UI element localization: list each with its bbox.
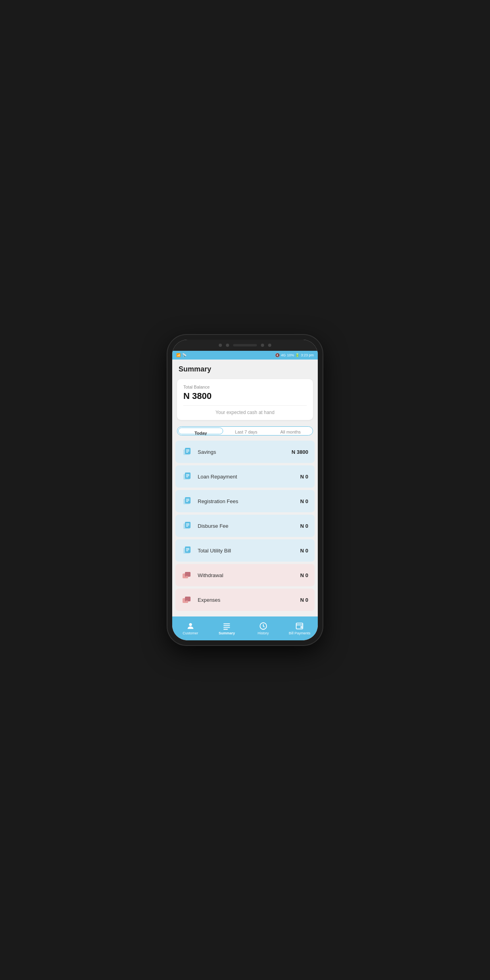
category-amount-registration: N 0	[300, 498, 308, 504]
main-content: Summary Total Balance N 3800 Your expect…	[172, 360, 318, 616]
battery-percent: 10%	[287, 353, 294, 357]
category-amount-withdrawal: N 0	[300, 572, 308, 578]
balance-amount: N 3800	[183, 391, 307, 401]
nav-item-customer[interactable]: Customer	[172, 622, 209, 635]
category-name-withdrawal: Withdrawal	[198, 572, 300, 578]
billpayments-nav-icon: $	[295, 622, 304, 630]
camera-left	[219, 344, 222, 347]
category-name-savings: Savings	[198, 449, 292, 455]
list-item[interactable]: Registration Fees N 0	[175, 490, 315, 512]
history-nav-icon	[259, 622, 268, 630]
svg-rect-36	[224, 627, 230, 628]
tab-last7days[interactable]: Last 7 days	[224, 427, 268, 435]
signal-bars: 4G	[281, 353, 286, 357]
balance-subtitle: Your expected cash at hand	[183, 410, 307, 415]
signal-icon: 📡	[182, 353, 187, 357]
disburse-icon	[182, 520, 193, 531]
page-header: Summary	[172, 360, 318, 377]
camera-center	[226, 344, 229, 347]
status-bar: 📶 📡 🔇 4G 10% 🔋 3:23 pm	[172, 351, 318, 360]
svg-rect-26	[185, 572, 191, 577]
nav-label-billpayments: Bill Payments	[289, 631, 311, 635]
page-title: Summary	[179, 365, 311, 373]
savings-icon	[182, 446, 193, 457]
category-amount-disburse: N 0	[300, 523, 308, 529]
category-amount-loan: N 0	[300, 474, 308, 480]
category-amount-savings: N 3800	[292, 449, 308, 455]
notch	[172, 340, 318, 351]
nav-item-summary[interactable]: Summary	[209, 622, 245, 635]
svg-rect-34	[224, 624, 230, 624]
svg-rect-31	[184, 601, 185, 603]
phone-device: 📶 📡 🔇 4G 10% 🔋 3:23 pm Summary Total Bal…	[167, 335, 323, 645]
registration-icon	[182, 496, 193, 507]
svg-rect-28	[186, 576, 188, 578]
nav-label-summary: Summary	[219, 631, 235, 635]
nav-item-history[interactable]: History	[245, 622, 282, 635]
list-item[interactable]: Expenses N 0	[175, 589, 315, 611]
tab-allmonths[interactable]: All months	[268, 427, 313, 435]
battery-icon: 🔋	[295, 353, 299, 357]
bottom-spacer	[172, 612, 318, 616]
tab-today[interactable]: Today	[178, 428, 223, 434]
status-right: 🔇 4G 10% 🔋 3:23 pm	[275, 353, 314, 357]
category-name-registration: Registration Fees	[198, 498, 300, 504]
time-display: 3:23 pm	[301, 353, 314, 357]
balance-divider	[183, 405, 307, 406]
loan-icon	[182, 471, 193, 482]
category-name-utility: Total Utility Bill	[198, 548, 300, 554]
svg-rect-35	[224, 625, 230, 626]
balance-card: Total Balance N 3800 Your expected cash …	[177, 379, 313, 420]
list-item[interactable]: Total Utility Bill N 0	[175, 539, 315, 562]
speaker	[233, 344, 257, 346]
categories-section: Savings N 3800 Loan Repayment N 0	[172, 439, 318, 612]
withdrawal-icon	[182, 570, 193, 581]
svg-rect-27	[184, 576, 185, 578]
category-amount-utility: N 0	[300, 548, 308, 554]
svg-point-33	[189, 623, 192, 626]
svg-rect-30	[185, 597, 191, 601]
list-item[interactable]: Loan Repayment N 0	[175, 465, 315, 488]
svg-rect-37	[224, 629, 228, 630]
nav-item-billpayments[interactable]: $ Bill Payments	[282, 622, 318, 635]
list-item[interactable]: Disburse Fee N 0	[175, 515, 315, 537]
category-name-loan: Loan Repayment	[198, 474, 300, 480]
phone-screen: 📶 📡 🔇 4G 10% 🔋 3:23 pm Summary Total Bal…	[172, 340, 318, 640]
summary-nav-icon	[222, 622, 231, 630]
balance-label: Total Balance	[183, 385, 307, 389]
svg-rect-32	[186, 601, 188, 603]
utility-icon	[182, 545, 193, 556]
nav-label-history: History	[258, 631, 269, 635]
category-amount-expenses: N 0	[300, 597, 308, 603]
category-name-disburse: Disburse Fee	[198, 523, 300, 529]
list-item[interactable]: Savings N 3800	[175, 441, 315, 463]
customer-nav-icon	[186, 622, 195, 630]
wifi-icon: 📶	[176, 353, 181, 357]
mute-icon: 🔇	[275, 353, 280, 357]
list-item[interactable]: Withdrawal N 0	[175, 564, 315, 586]
nav-label-customer: Customer	[183, 631, 198, 635]
category-name-expenses: Expenses	[198, 597, 300, 603]
camera-right	[268, 344, 271, 347]
bottom-nav: Customer Summary History	[172, 616, 318, 640]
filter-tabs: Today Last 7 days All months	[177, 426, 313, 436]
sensor	[261, 344, 264, 347]
status-left: 📶 📡	[176, 353, 187, 357]
expenses-icon	[182, 594, 193, 605]
